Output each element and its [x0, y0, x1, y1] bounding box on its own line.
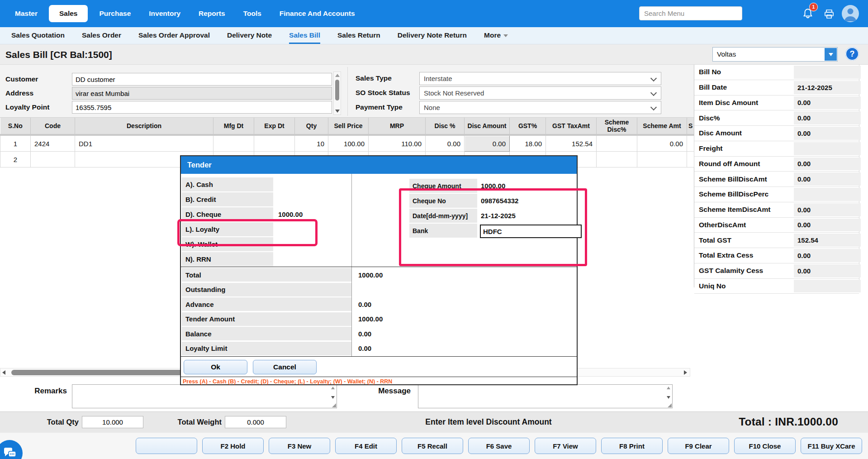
grid-cell[interactable] [213, 135, 254, 152]
grid-cell[interactable]: 110.00 [369, 135, 426, 152]
grid-cell[interactable]: 152.54 [546, 135, 597, 152]
remarks-textarea[interactable] [72, 384, 337, 408]
grid-cell[interactable] [687, 152, 694, 167]
summary-value[interactable] [794, 66, 861, 79]
module-tab[interactable]: Sales Order Approval [138, 27, 210, 44]
grid-cell[interactable]: 1 [0, 135, 31, 152]
cheque-field-value[interactable]: 1000.00 [481, 179, 505, 193]
function-key-button[interactable]: F3 New [269, 438, 330, 454]
grid-cell[interactable]: 100.00 [328, 135, 369, 152]
message-textarea[interactable] [418, 384, 673, 408]
printer-icon[interactable] [823, 9, 835, 19]
summary-value[interactable]: 21-12-2025 [794, 81, 861, 94]
field-input[interactable] [72, 101, 332, 114]
tender-mode-amount[interactable]: 1000.00 [278, 207, 303, 221]
function-key-button[interactable]: F9 Clear [668, 438, 729, 454]
cancel-button[interactable]: Cancel [253, 360, 317, 374]
function-key-button[interactable] [136, 438, 197, 454]
module-tab[interactable]: More [484, 27, 508, 44]
field-input[interactable] [72, 73, 332, 86]
module-tab[interactable]: Sales Quotation [11, 27, 65, 44]
nav-menu-item[interactable]: Master [8, 5, 44, 22]
ok-button[interactable]: Ok [184, 360, 247, 374]
nav-menu-item[interactable]: Tools [237, 5, 268, 22]
total-qty-input[interactable] [82, 416, 143, 428]
summary-value[interactable] [794, 188, 861, 201]
grid-cell[interactable] [597, 152, 637, 167]
tender-mode-label[interactable]: N). RRN [182, 252, 273, 266]
summary-value[interactable]: 0.00 [794, 158, 861, 171]
module-tab[interactable]: Sales Order [82, 27, 121, 44]
grid-cell[interactable]: 2 [0, 152, 31, 167]
user-avatar[interactable] [842, 5, 859, 22]
search-input[interactable] [639, 6, 742, 20]
grid-cell[interactable] [637, 152, 687, 167]
grid-cell[interactable]: 0.00 [426, 135, 465, 152]
resize-handle-icon[interactable] [668, 403, 672, 407]
dropdown-select[interactable]: Stock Not Reserved [419, 86, 661, 100]
grid-cell[interactable] [597, 135, 637, 152]
nav-menu-item[interactable]: Reports [192, 5, 232, 22]
grid-cell[interactable] [687, 135, 694, 152]
nav-menu-item[interactable]: Purchase [92, 5, 138, 22]
module-tab[interactable]: Delivery Note [227, 27, 272, 44]
scroll-down-icon[interactable] [331, 396, 335, 399]
resize-handle-icon[interactable] [332, 403, 336, 407]
summary-value[interactable]: 0.00 [794, 219, 861, 232]
summary-value[interactable]: 0.00 [794, 249, 861, 262]
grid-cell[interactable]: 18.00 [510, 135, 546, 152]
grid-cell[interactable] [31, 152, 75, 167]
function-key-button[interactable]: F8 Print [601, 438, 663, 454]
scroll-up-icon[interactable] [331, 387, 335, 389]
function-key-button[interactable]: F4 Edit [335, 438, 397, 454]
grid-cell[interactable]: 0.00 [465, 135, 510, 152]
scroll-up-icon[interactable] [667, 387, 670, 389]
chat-icon[interactable] [0, 440, 23, 459]
function-key-button[interactable]: F7 View [535, 438, 596, 454]
cheque-field-value[interactable]: 0987654332 [481, 194, 518, 208]
dropdown-select[interactable]: Interstate [419, 72, 661, 85]
scroll-down-icon[interactable] [667, 396, 670, 399]
scroll-left-icon[interactable] [2, 370, 5, 375]
summary-value[interactable]: 0.00 [794, 127, 861, 140]
field-input[interactable] [72, 87, 332, 100]
nav-menu-item[interactable]: Inventory [142, 5, 187, 22]
grid-cell[interactable]: 10 [295, 135, 328, 152]
summary-value[interactable]: 0.00 [794, 264, 861, 277]
function-key-button[interactable]: F11 Buy XCare [801, 438, 862, 454]
function-key-button[interactable]: F6 Save [468, 438, 530, 454]
customer-scrollbar[interactable] [333, 72, 341, 115]
function-key-button[interactable]: F10 Close [734, 438, 796, 454]
summary-value[interactable]: 152.54 [794, 234, 861, 247]
scroll-right-icon[interactable] [684, 370, 687, 375]
summary-value[interactable] [794, 280, 861, 293]
grid-cell[interactable]: 2424 [31, 135, 75, 152]
function-key-button[interactable]: F5 Recall [402, 438, 463, 454]
cheque-field-value[interactable]: HDFC [480, 225, 582, 238]
tender-mode-label[interactable]: B). Credit [182, 192, 273, 206]
grid-cell[interactable]: 0.00 [637, 135, 687, 152]
cheque-field-value[interactable]: 21-12-2025 [481, 209, 516, 223]
tender-mode-label[interactable]: D). Cheque [182, 207, 273, 221]
nav-menu-item[interactable]: Sales [49, 5, 88, 22]
dropdown-arrow-icon[interactable] [825, 48, 837, 61]
summary-value[interactable]: 0.00 [794, 111, 861, 124]
brand-select[interactable]: Voltas [712, 47, 838, 62]
summary-value[interactable]: 0.00 [794, 172, 861, 186]
module-tab[interactable]: Sales Return [337, 27, 380, 44]
summary-value[interactable] [794, 142, 861, 155]
scrollbar-thumb[interactable] [335, 80, 339, 100]
scroll-down-icon[interactable] [335, 110, 340, 113]
summary-value[interactable]: 0.00 [794, 96, 861, 110]
help-button[interactable]: ? [845, 47, 859, 61]
module-tab[interactable]: Delivery Note Return [398, 27, 467, 44]
scroll-up-icon[interactable] [335, 74, 340, 77]
summary-value[interactable]: 0.00 [794, 203, 861, 216]
grid-cell[interactable]: DD1 [75, 135, 213, 152]
module-tab[interactable]: Sales Bill [289, 27, 320, 44]
grid-cell[interactable] [254, 135, 295, 152]
dropdown-select[interactable]: None [419, 101, 661, 114]
tender-mode-label[interactable]: L). Loyalty [182, 222, 273, 236]
tender-mode-label[interactable]: W). Wallet [182, 237, 273, 251]
function-key-button[interactable]: F2 Hold [202, 438, 264, 454]
